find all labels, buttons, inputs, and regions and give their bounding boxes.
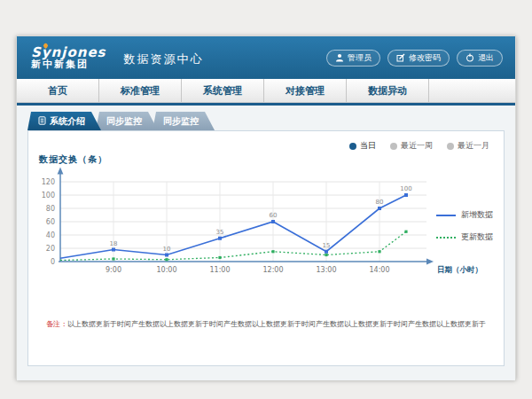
power-icon bbox=[466, 53, 474, 62]
svg-text:35: 35 bbox=[216, 229, 224, 236]
y-axis bbox=[58, 168, 64, 262]
legend-new-data[interactable]: 新增数据 bbox=[436, 209, 493, 221]
user-buttons: 管理员 修改密码 退出 bbox=[326, 50, 503, 66]
edit-icon bbox=[396, 53, 405, 62]
page-title: 数据资源中心 bbox=[124, 48, 204, 67]
x-axis-title: 日期（小时） bbox=[437, 265, 482, 274]
nav-item-home[interactable]: 首页 bbox=[17, 79, 99, 102]
logout-button[interactable]: 退出 bbox=[457, 50, 503, 66]
svg-text:18: 18 bbox=[110, 240, 118, 247]
main-nav: 首页 标准管理 系统管理 对接管理 数据异动 bbox=[17, 79, 515, 103]
header: Synjones 新中新集团 数据资源中心 管理员 修改密码 bbox=[17, 36, 515, 79]
radio-last-week-label: 最近一周 bbox=[401, 140, 433, 152]
svg-text:10:00: 10:00 bbox=[156, 266, 176, 274]
svg-text:20: 20 bbox=[46, 245, 55, 253]
admin-button-label: 管理员 bbox=[348, 52, 372, 64]
blue-line-sample-icon bbox=[436, 215, 456, 216]
logo-brand: Synjones bbox=[31, 45, 106, 60]
tab-sync-monitor-2[interactable]: 同步监控 bbox=[153, 112, 215, 130]
svg-text:100: 100 bbox=[400, 185, 411, 192]
radio-today-label: 当日 bbox=[360, 140, 376, 152]
svg-text:120: 120 bbox=[42, 178, 55, 186]
svg-text:80: 80 bbox=[376, 199, 384, 206]
svg-text:11:00: 11:00 bbox=[209, 266, 230, 274]
footnote-text: 以上数据更新于时间产生数据以上数据更新于时间产生数据以上数据更新于时间产生数据以… bbox=[67, 320, 486, 328]
footnote: 备注：以上数据更新于时间产生数据以上数据更新于时间产生数据以上数据更新于时间产生… bbox=[46, 319, 494, 329]
radio-last-month-label: 最近一月 bbox=[458, 140, 489, 152]
nav-item-interface-mgmt[interactable]: 对接管理 bbox=[264, 79, 347, 102]
radio-icon bbox=[390, 143, 397, 150]
radio-today[interactable]: 当日 bbox=[349, 140, 376, 152]
x-axis-arrow-icon bbox=[426, 259, 434, 265]
svg-text:12:00: 12:00 bbox=[262, 266, 283, 274]
svg-text:60: 60 bbox=[270, 212, 278, 219]
user-icon bbox=[335, 53, 344, 62]
footnote-prefix: 备注： bbox=[46, 320, 67, 328]
logo: Synjones 新中新集团 bbox=[31, 45, 106, 71]
svg-text:14:00: 14:00 bbox=[369, 266, 389, 274]
svg-text:0: 0 bbox=[51, 258, 55, 266]
tab-sync-monitor-1[interactable]: 同步监控 bbox=[96, 112, 158, 130]
radio-last-month[interactable]: 最近一月 bbox=[447, 140, 489, 152]
nav-item-system-mgmt[interactable]: 系统管理 bbox=[182, 79, 264, 102]
y-axis-title: 数据交换（条） bbox=[39, 153, 107, 166]
logo-company: 新中新集团 bbox=[31, 59, 106, 70]
nav-item-data-change[interactable]: 数据异动 bbox=[347, 79, 429, 102]
svg-text:80: 80 bbox=[46, 205, 55, 213]
tab-bar: 系统介绍 同步监控 同步监控 bbox=[27, 112, 515, 130]
legend-updated-data[interactable]: 更新数据 bbox=[436, 231, 493, 243]
radio-selected-icon bbox=[349, 143, 356, 150]
nav-item-standard-mgmt[interactable]: 标准管理 bbox=[99, 79, 182, 102]
y-axis-arrow-icon bbox=[58, 168, 64, 175]
legend-updated-data-label: 更新数据 bbox=[461, 231, 493, 243]
tab-system-intro[interactable]: 系统介绍 bbox=[27, 112, 101, 130]
radio-last-week[interactable]: 最近一周 bbox=[390, 140, 433, 152]
content-area: 系统介绍 同步监控 同步监控 当日 最近一周 bbox=[17, 106, 515, 380]
svg-text:60: 60 bbox=[46, 218, 55, 226]
series-legend: 新增数据 更新数据 bbox=[436, 209, 493, 243]
tab-system-intro-label: 系统介绍 bbox=[50, 115, 85, 128]
line-chart: 0204060801001209:0010:0011:0012:0013:001… bbox=[35, 167, 483, 284]
app-window: Synjones 新中新集团 数据资源中心 管理员 修改密码 bbox=[16, 35, 516, 379]
tab-sync-monitor-1-label: 同步监控 bbox=[106, 115, 142, 128]
change-password-button-label: 修改密码 bbox=[409, 52, 441, 64]
svg-text:13:00: 13:00 bbox=[316, 266, 336, 274]
admin-button[interactable]: 管理员 bbox=[326, 50, 380, 66]
svg-text:10: 10 bbox=[163, 246, 171, 253]
chart-panel: 当日 最近一周 最近一月 数据交换（条） 0204060801001209:00… bbox=[27, 130, 505, 366]
chart-container: 0204060801001209:0010:0011:0012:0013:001… bbox=[35, 167, 483, 287]
svg-text:100: 100 bbox=[42, 192, 55, 200]
svg-text:40: 40 bbox=[46, 231, 55, 239]
document-icon bbox=[38, 116, 46, 127]
logout-button-label: 退出 bbox=[478, 52, 494, 64]
time-range-filter: 当日 最近一周 最近一月 bbox=[349, 140, 489, 152]
legend-new-data-label: 新增数据 bbox=[461, 209, 493, 221]
svg-text:9:00: 9:00 bbox=[106, 266, 121, 274]
radio-icon bbox=[447, 143, 454, 150]
chart-gridlines: 0204060801001209:0010:0011:0012:0013:001… bbox=[42, 178, 426, 274]
change-password-button[interactable]: 修改密码 bbox=[387, 50, 450, 66]
green-dotted-sample-icon bbox=[436, 237, 456, 239]
tab-sync-monitor-2-label: 同步监控 bbox=[163, 115, 199, 128]
svg-text:15: 15 bbox=[323, 242, 331, 249]
